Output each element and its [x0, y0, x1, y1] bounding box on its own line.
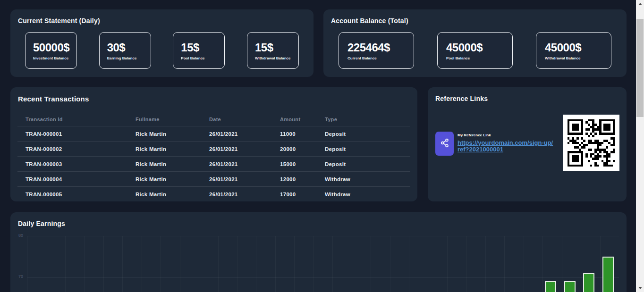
qr-code — [563, 115, 619, 171]
reference-links-panel: Reference Links My Reference Link https:… — [428, 87, 627, 201]
cell-date: 26/01/2021 — [209, 176, 280, 182]
cell-fullname: Rick Martin — [136, 146, 209, 152]
stat-value: 15$ — [255, 41, 298, 54]
cell-transaction-id: TRAN-000005 — [25, 192, 136, 197]
stat-value: 45000$ — [545, 41, 611, 54]
daily-earnings-panel: Daily Earnings 80 70 — [10, 212, 627, 292]
y-axis-tick-80: 80 — [10, 233, 23, 238]
cell-transaction-id: TRAN-000004 — [25, 176, 136, 182]
stat-label: Current Balance — [347, 56, 414, 60]
table-row: TRAN-000005 Rick Martin 26/01/2021 17000… — [17, 186, 410, 201]
cell-fullname: Rick Martin — [136, 176, 209, 182]
stat-card-withdrawal-balance-total: 45000$ Withdrawal Balance — [536, 32, 611, 69]
account-balance-panel: Account Balance (Total) 225464$ Current … — [323, 9, 627, 77]
cell-date: 26/01/2021 — [209, 131, 280, 137]
stat-value: 45000$ — [446, 41, 512, 54]
earnings-bar — [602, 257, 614, 292]
table-header-row: Transaction Id Fullname Date Amount Type — [17, 113, 410, 126]
stat-card-pool-balance-total: 45000$ Pool Balance — [437, 32, 513, 69]
gridline-70 — [27, 277, 619, 278]
recent-transactions-panel: Recent Transactions Transaction Id Fulln… — [10, 87, 417, 201]
cell-amount: 11000 — [280, 131, 325, 137]
stat-card-pool-balance: 15$ Pool Balance — [173, 32, 225, 69]
earnings-bar — [564, 281, 576, 292]
column-header-date: Date — [209, 117, 280, 122]
cell-date: 26/01/2021 — [209, 192, 280, 197]
stat-card-withdrawal-balance: 15$ Withdrawal Balance — [247, 32, 299, 69]
cell-type: Deposit — [325, 131, 410, 137]
cell-type: Deposit — [325, 146, 410, 152]
column-header-fullname: Fullname — [136, 117, 209, 122]
stat-value: 50000$ — [33, 41, 76, 54]
cell-type: Deposit — [325, 161, 410, 167]
daily-earnings-title: Daily Earnings — [18, 220, 65, 227]
cell-transaction-id: TRAN-000002 — [25, 146, 136, 152]
reference-link-label: My Reference Link — [458, 133, 554, 137]
cell-amount: 15000 — [280, 161, 325, 167]
cell-type: Withdraw — [325, 192, 410, 197]
stat-label: Earning Balance — [107, 56, 151, 60]
total-cards: 225464$ Current Balance 45000$ Pool Bala… — [323, 32, 627, 69]
cell-fullname: Rick Martin — [136, 131, 209, 137]
y-axis-tick-70: 70 — [10, 274, 23, 279]
reference-links-title: Reference Links — [435, 95, 488, 102]
scroll-down-button[interactable] — [636, 284, 644, 292]
table-row: TRAN-000003 Rick Martin 26/01/2021 15000… — [17, 156, 410, 171]
column-header-type: Type — [325, 117, 410, 122]
stat-label: Withdrawal Balance — [255, 56, 298, 60]
recent-transactions-title: Recent Transactions — [18, 95, 89, 103]
cell-transaction-id: TRAN-000001 — [25, 131, 136, 137]
table-row: TRAN-000001 Rick Martin 26/01/2021 11000… — [17, 126, 410, 141]
stat-value: 15$ — [181, 41, 224, 54]
arrow-down-icon — [638, 287, 642, 289]
account-balance-title: Account Balance (Total) — [331, 17, 408, 25]
scrollbar-thumb[interactable] — [636, 19, 644, 117]
stat-label: Pool Balance — [446, 56, 512, 60]
reference-link-block: My Reference Link https://yourdomain.com… — [458, 133, 554, 152]
cell-fullname: Rick Martin — [136, 192, 209, 197]
cell-amount: 12000 — [280, 176, 325, 182]
reference-link[interactable]: https://yourdomain.com/sign-up/ref?20210… — [458, 140, 554, 152]
earnings-bar — [583, 273, 594, 292]
earnings-bar — [545, 281, 556, 292]
cell-date: 26/01/2021 — [209, 146, 280, 152]
share-button[interactable] — [435, 132, 454, 156]
cell-fullname: Rick Martin — [136, 161, 209, 167]
stat-card-investment-balance: 50000$ Investment Balance — [25, 32, 77, 69]
stat-label: Withdrawal Balance — [545, 56, 611, 60]
vertical-scrollbar[interactable] — [636, 0, 644, 292]
chart-plot — [27, 236, 619, 292]
cell-amount: 17000 — [280, 192, 325, 197]
stat-card-earning-balance: 30$ Earning Balance — [99, 32, 151, 69]
cell-type: Withdraw — [325, 176, 410, 182]
cell-date: 26/01/2021 — [209, 161, 280, 167]
daily-statement-title: Current Statement (Daily) — [18, 17, 100, 25]
scroll-up-button[interactable] — [636, 0, 644, 8]
gridline-80 — [27, 236, 619, 236]
cell-transaction-id: TRAN-000003 — [25, 161, 136, 167]
transactions-table: Transaction Id Fullname Date Amount Type… — [17, 113, 410, 201]
cell-amount: 20000 — [280, 146, 325, 152]
stat-label: Investment Balance — [33, 56, 76, 60]
arrow-up-icon — [638, 3, 642, 5]
table-row: TRAN-000004 Rick Martin 26/01/2021 12000… — [17, 171, 410, 186]
daily-statement-panel: Current Statement (Daily) 50000$ Investm… — [10, 9, 314, 77]
stat-value: 30$ — [107, 41, 151, 54]
share-alt-icon — [440, 138, 449, 150]
stat-value: 225464$ — [347, 41, 414, 54]
daily-cards: 50000$ Investment Balance 30$ Earning Ba… — [10, 32, 314, 69]
column-header-transaction-id: Transaction Id — [25, 117, 136, 122]
table-row: TRAN-000002 Rick Martin 26/01/2021 20000… — [17, 141, 410, 156]
stat-label: Pool Balance — [181, 56, 224, 60]
stat-card-current-balance: 225464$ Current Balance — [339, 32, 414, 69]
column-header-amount: Amount — [280, 117, 325, 122]
